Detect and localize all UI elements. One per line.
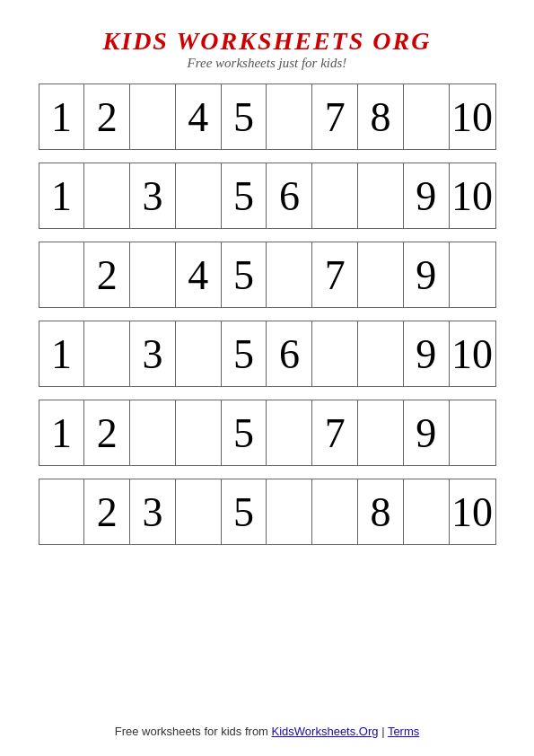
cell-r1-c1: 1 (39, 84, 85, 149)
cell-r6-c7 (312, 479, 358, 544)
cell-r4-c10: 10 (450, 321, 495, 386)
cell-r1-c7: 7 (312, 84, 358, 149)
site-subtitle: Free worksheets just for kids! (188, 56, 347, 71)
footer-text: Free worksheets for kids from (115, 725, 272, 738)
cell-r4-c1: 1 (39, 321, 85, 386)
cell-r3-c10 (450, 242, 495, 307)
rows-container: 12457810135691024579135691012579235810 (39, 84, 496, 558)
cell-r4-c4 (176, 321, 222, 386)
cell-r3-c3 (130, 242, 176, 307)
footer-separator: | (379, 725, 388, 738)
cell-r2-c4 (176, 163, 222, 228)
cell-r5-c8 (358, 400, 404, 465)
cell-r3-c8 (358, 242, 404, 307)
cell-r2-c8 (358, 163, 404, 228)
cell-r6-c5: 5 (222, 479, 267, 544)
cell-r3-c6 (267, 242, 312, 307)
cell-r3-c1 (39, 242, 85, 307)
cell-r1-c2: 2 (84, 84, 130, 149)
page: KIDS WORKSHEETS ORG Free worksheets just… (0, 0, 534, 756)
site-title: KIDS WORKSHEETS ORG (103, 27, 432, 56)
cell-r6-c4 (176, 479, 222, 544)
cell-r2-c3: 3 (130, 163, 176, 228)
footer: Free worksheets for kids from KidsWorksh… (0, 725, 534, 738)
cell-r4-c5: 5 (222, 321, 267, 386)
cell-r4-c3: 3 (130, 321, 176, 386)
cell-r5-c4 (176, 400, 222, 465)
number-row-2: 1356910 (39, 163, 496, 229)
cell-r3-c9: 9 (404, 242, 450, 307)
cell-r1-c4: 4 (176, 84, 222, 149)
cell-r1-c3 (130, 84, 176, 149)
cell-r2-c1: 1 (39, 163, 85, 228)
number-row-5: 12579 (39, 400, 496, 466)
cell-r3-c5: 5 (222, 242, 267, 307)
number-row-4: 1356910 (39, 321, 496, 387)
cell-r4-c9: 9 (404, 321, 450, 386)
cell-r1-c5: 5 (222, 84, 267, 149)
terms-link[interactable]: Terms (388, 725, 419, 738)
cell-r2-c6: 6 (267, 163, 312, 228)
cell-r6-c10: 10 (450, 479, 495, 544)
cell-r1-c10: 10 (450, 84, 495, 149)
cell-r2-c5: 5 (222, 163, 267, 228)
cell-r2-c2 (84, 163, 130, 228)
cell-r4-c2 (84, 321, 130, 386)
cell-r1-c6 (267, 84, 312, 149)
cell-r5-c5: 5 (222, 400, 267, 465)
cell-r6-c1 (39, 479, 85, 544)
cell-r6-c9 (404, 479, 450, 544)
number-row-6: 235810 (39, 479, 496, 545)
number-row-3: 24579 (39, 242, 496, 308)
cell-r1-c8: 8 (358, 84, 404, 149)
cell-r5-c10 (450, 400, 495, 465)
cell-r4-c8 (358, 321, 404, 386)
cell-r2-c9: 9 (404, 163, 450, 228)
cell-r4-c7 (312, 321, 358, 386)
number-row-1: 12457810 (39, 84, 496, 150)
cell-r2-c10: 10 (450, 163, 495, 228)
cell-r5-c2: 2 (84, 400, 130, 465)
cell-r2-c7 (312, 163, 358, 228)
cell-r6-c2: 2 (84, 479, 130, 544)
site-link[interactable]: KidsWorksheets.Org (272, 725, 379, 738)
cell-r4-c6: 6 (267, 321, 312, 386)
cell-r3-c7: 7 (312, 242, 358, 307)
cell-r3-c4: 4 (176, 242, 222, 307)
cell-r3-c2: 2 (84, 242, 130, 307)
cell-r5-c9: 9 (404, 400, 450, 465)
cell-r5-c7: 7 (312, 400, 358, 465)
cell-r6-c6 (267, 479, 312, 544)
cell-r1-c9 (404, 84, 450, 149)
cell-r6-c8: 8 (358, 479, 404, 544)
cell-r6-c3: 3 (130, 479, 176, 544)
cell-r5-c3 (130, 400, 176, 465)
cell-r5-c6 (267, 400, 312, 465)
cell-r5-c1: 1 (39, 400, 85, 465)
